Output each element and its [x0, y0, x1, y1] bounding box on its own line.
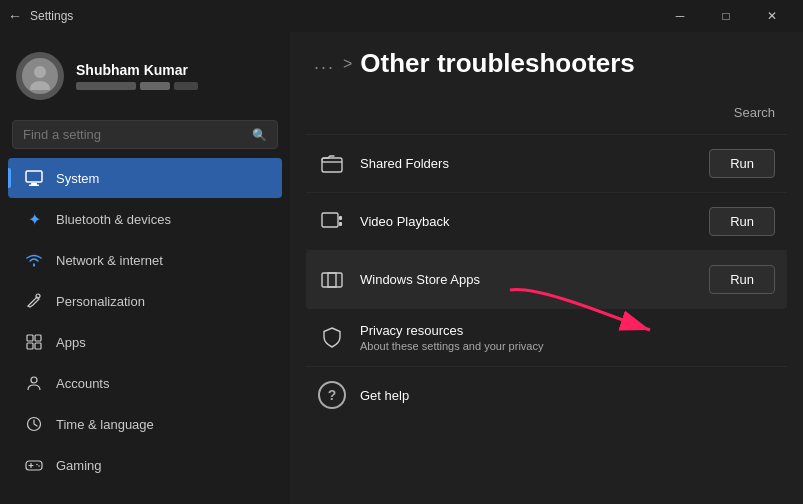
svg-rect-7 [27, 335, 33, 341]
user-bar-3 [174, 82, 198, 90]
page-title: Other troubleshooters [360, 48, 634, 79]
svg-point-0 [34, 66, 46, 78]
svg-point-11 [31, 377, 37, 383]
search-box[interactable]: 🔍 [12, 120, 278, 149]
svg-rect-2 [26, 171, 42, 182]
get-help-item[interactable]: ? Get help [306, 367, 787, 423]
sidebar-item-accounts[interactable]: Accounts [8, 363, 282, 403]
privacy-subtitle: About these settings and your privacy [360, 340, 775, 352]
close-button[interactable]: ✕ [749, 0, 795, 32]
main-content: ... > Other troubleshooters Search [290, 32, 803, 504]
privacy-text: Privacy resources About these settings a… [360, 323, 775, 352]
sidebar-item-network[interactable]: Network & internet [8, 240, 282, 280]
get-help-label: Get help [360, 388, 409, 403]
sidebar-label-personalization: Personalization [56, 294, 145, 309]
user-info: Shubham Kumar [76, 62, 198, 90]
windows-store-icon [318, 266, 346, 294]
back-icon[interactable]: ← [8, 8, 22, 24]
svg-point-1 [30, 81, 50, 90]
privacy-icon [318, 324, 346, 352]
accounts-icon [24, 373, 44, 393]
nav-list: System ✦ Bluetooth & devices Network & i… [0, 157, 290, 486]
breadcrumb-arrow: > [343, 55, 352, 73]
svg-rect-23 [328, 273, 336, 287]
app-container: Shubham Kumar 🔍 [0, 32, 803, 504]
sidebar-item-system[interactable]: System [8, 158, 282, 198]
svg-point-16 [36, 464, 38, 466]
video-playback-item: Video Playback Run [306, 193, 787, 251]
video-playback-title: Video Playback [360, 214, 695, 229]
sidebar-label-gaming: Gaming [56, 458, 102, 473]
video-playback-icon [318, 208, 346, 236]
windows-store-title: Windows Store Apps [360, 272, 695, 287]
search-row: Search [306, 91, 787, 135]
svg-rect-19 [322, 213, 338, 227]
svg-rect-8 [35, 335, 41, 341]
time-icon [24, 414, 44, 434]
search-label: Search [318, 105, 775, 120]
video-playback-text: Video Playback [360, 214, 695, 229]
svg-point-17 [38, 465, 40, 467]
shared-folders-run-button[interactable]: Run [709, 149, 775, 178]
shared-folders-title: Shared Folders [360, 156, 695, 171]
svg-rect-20 [339, 216, 342, 220]
svg-point-5 [33, 264, 35, 266]
shared-folders-text: Shared Folders [360, 156, 695, 171]
sidebar-item-apps[interactable]: Apps [8, 322, 282, 362]
personalization-icon [24, 291, 44, 311]
sidebar-item-bluetooth[interactable]: ✦ Bluetooth & devices [8, 199, 282, 239]
svg-rect-21 [339, 222, 342, 226]
sidebar: Shubham Kumar 🔍 [0, 32, 290, 504]
shared-folders-item: Shared Folders Run [306, 135, 787, 193]
user-bar-1 [76, 82, 136, 90]
apps-icon [24, 332, 44, 352]
bluetooth-icon: ✦ [24, 209, 44, 229]
breadcrumb-dots[interactable]: ... [314, 53, 335, 74]
sidebar-item-gaming[interactable]: Gaming [8, 445, 282, 485]
video-playback-run-button[interactable]: Run [709, 207, 775, 236]
user-name: Shubham Kumar [76, 62, 198, 78]
user-profile[interactable]: Shubham Kumar [0, 40, 290, 112]
content-area: Search Shared Folders Run [290, 91, 803, 504]
maximize-button[interactable]: □ [703, 0, 749, 32]
search-input[interactable] [23, 127, 244, 142]
sidebar-label-accounts: Accounts [56, 376, 109, 391]
windows-store-run-button[interactable]: Run [709, 265, 775, 294]
network-icon [24, 250, 44, 270]
avatar [16, 52, 64, 100]
title-bar-controls: ─ □ ✕ [657, 0, 795, 32]
help-icon: ? [318, 381, 346, 409]
svg-rect-4 [29, 185, 39, 187]
sidebar-label-time: Time & language [56, 417, 154, 432]
search-icon: 🔍 [252, 128, 267, 142]
page-header: ... > Other troubleshooters [290, 32, 803, 91]
svg-rect-22 [322, 273, 342, 287]
window-title: Settings [30, 9, 73, 23]
sidebar-item-personalization[interactable]: Personalization [8, 281, 282, 321]
sidebar-label-bluetooth: Bluetooth & devices [56, 212, 171, 227]
title-bar-left: ← Settings [8, 8, 73, 24]
svg-rect-9 [27, 343, 33, 349]
system-icon [24, 168, 44, 188]
sidebar-item-time[interactable]: Time & language [8, 404, 282, 444]
windows-store-text: Windows Store Apps [360, 272, 695, 287]
title-bar: ← Settings ─ □ ✕ [0, 0, 803, 32]
svg-rect-10 [35, 343, 41, 349]
user-bars [76, 82, 198, 90]
privacy-title: Privacy resources [360, 323, 775, 338]
svg-rect-18 [322, 158, 342, 172]
windows-store-item: Windows Store Apps Run [306, 251, 787, 309]
user-bar-2 [140, 82, 170, 90]
gaming-icon [24, 455, 44, 475]
shared-folders-icon [318, 150, 346, 178]
sidebar-label-network: Network & internet [56, 253, 163, 268]
sidebar-label-apps: Apps [56, 335, 86, 350]
minimize-button[interactable]: ─ [657, 0, 703, 32]
privacy-item: Privacy resources About these settings a… [306, 309, 787, 367]
sidebar-label-system: System [56, 171, 99, 186]
avatar-icon [22, 58, 58, 94]
